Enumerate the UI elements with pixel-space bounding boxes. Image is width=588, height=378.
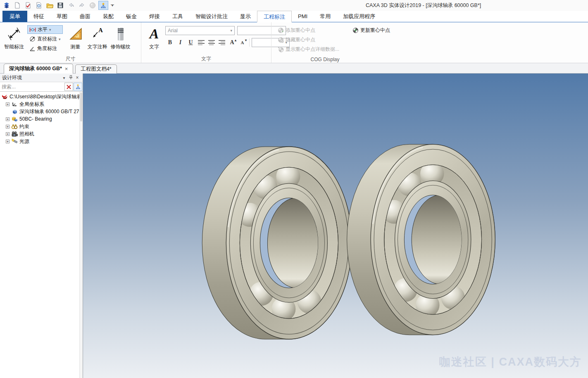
clear-search-button[interactable] <box>64 83 73 91</box>
doc-tab-bearing[interactable]: 深沟球轴承 60000 GB* × <box>4 64 73 74</box>
ribbon-tab-features[interactable]: 特征 <box>27 11 50 22</box>
panel-header: 设计环境 ▾ × <box>0 74 83 82</box>
angle-dimension-button[interactable]: 角度标注 <box>27 44 63 53</box>
ribbon-tab-menu[interactable]: 菜单 <box>2 11 27 22</box>
panel-pin-icon[interactable] <box>67 75 74 81</box>
ribbon-tab-sketch[interactable]: 草图 <box>50 11 74 22</box>
horizontal-dimension-button[interactable]: 水平 ▾ <box>27 25 63 34</box>
panel-dropdown-icon[interactable]: ▾ <box>61 76 67 80</box>
group-label-dimensions: 尺寸 <box>0 55 141 62</box>
open-with-check-icon[interactable] <box>23 1 33 10</box>
show-cog-details-icon <box>278 46 284 52</box>
ribbon-tab-assembly[interactable]: 装配 <box>97 11 120 22</box>
ribbon-tab-bar: 菜单 特征 草图 曲面 装配 钣金 焊接 工具 智能设计批注 显示 工程标注 P… <box>0 11 588 22</box>
decrease-font-button[interactable]: A▾ <box>238 38 247 47</box>
doc-tab-drawing[interactable]: 工程图文档4* <box>75 64 117 74</box>
align-right-button[interactable] <box>217 38 226 47</box>
align-center-button[interactable] <box>207 38 216 47</box>
design-tree-panel: 设计环境 ▾ × C:\Users\88\Desktop\深沟球轴承 <box>0 74 83 378</box>
customize-toolbar-icon[interactable]: ▾ <box>109 1 116 10</box>
ribbon: 智能标注 水平 ▾ 直径标注 ▾ 角度标注 测量 <box>0 22 588 63</box>
save-icon[interactable] <box>55 1 65 10</box>
panel-title: 设计环境 <box>2 74 22 81</box>
open-folder-icon[interactable] <box>45 1 55 10</box>
expand-icon[interactable]: + <box>6 102 10 106</box>
ribbon-tab-smart-annotation[interactable]: 智能设计批注 <box>189 11 234 22</box>
expand-icon[interactable]: + <box>6 117 10 121</box>
viewport-3d[interactable]: 咖迷社区 | CAXA数码大方 <box>83 74 588 378</box>
italic-button[interactable]: I <box>176 38 185 47</box>
text-tool-icon: A <box>150 24 159 43</box>
close-doc-icon[interactable]: × <box>65 66 68 72</box>
expand-icon[interactable]: + <box>6 125 10 128</box>
hide-cog-point-button[interactable]: 隐藏重心中点 <box>276 36 341 44</box>
align-left-button[interactable] <box>196 38 206 47</box>
align-center-icon <box>208 40 215 45</box>
text-annotation-button[interactable]: A 文字注释 <box>86 24 109 51</box>
tree-item-camera[interactable]: + 照相机 <box>0 130 83 138</box>
undo-icon[interactable] <box>66 1 76 10</box>
ribbon-tab-display[interactable]: 显示 <box>234 11 257 22</box>
expand-icon[interactable]: + <box>6 132 10 136</box>
smart-dimension-icon <box>7 24 21 43</box>
cosmetic-thread-button[interactable]: 修饰螺纹 <box>109 24 132 51</box>
group-label-text: 文字 <box>141 55 271 62</box>
add-cog-point-button[interactable]: 添加重心中点 <box>276 26 341 35</box>
tree-item-lights[interactable]: + 光源 <box>0 138 83 145</box>
tree-filter-button[interactable] <box>74 83 82 91</box>
caxa-logo-icon[interactable] <box>2 1 12 10</box>
assembly-icon <box>11 116 18 122</box>
group-label-cog: COG Display <box>271 57 379 62</box>
ribbon-tab-surface[interactable]: 曲面 <box>74 11 97 22</box>
svg-text:A: A <box>98 27 103 33</box>
underline-button[interactable]: U <box>186 38 195 47</box>
title-bar: ▾ CAXA 3D 实体设计2019 - [深沟球轴承 60000 GB*] <box>0 0 588 11</box>
horizontal-dimension-icon <box>29 27 36 33</box>
design-tree-toggle-icon[interactable] <box>98 1 108 10</box>
ribbon-tab-common[interactable]: 常用 <box>314 11 337 22</box>
cosmetic-thread-icon <box>114 24 127 43</box>
angle-dimension-icon <box>29 46 36 52</box>
document-preview-icon[interactable] <box>34 1 44 10</box>
update-cog-icon <box>352 27 359 33</box>
viewport-canvas[interactable]: 咖迷社区 | CAXA数码大方 <box>83 74 588 378</box>
caxa-file-icon <box>1 94 8 100</box>
panel-close-icon[interactable]: × <box>74 75 81 81</box>
design-tree: C:\Users\88\Desktop\深沟球轴承 + 全局坐标系 深沟球轴承 … <box>0 92 83 378</box>
ribbon-tab-pmi[interactable]: PMI <box>292 11 314 22</box>
align-left-icon <box>198 40 205 45</box>
tree-item-bearing-assembly[interactable]: + 50BC- Bearing <box>0 115 83 123</box>
diameter-dimension-icon <box>29 36 36 42</box>
show-cog-details-button[interactable]: 显示重心中点详细数据... <box>276 45 341 54</box>
ribbon-tab-engineering-annotation[interactable]: 工程标注 <box>257 11 292 22</box>
smart-dimension-button[interactable]: 智能标注 <box>2 24 26 51</box>
redo-icon[interactable] <box>77 1 87 10</box>
increase-font-button[interactable]: A▴ <box>227 38 237 47</box>
ribbon-tab-welding[interactable]: 焊接 <box>143 11 166 22</box>
tree-item-constraints[interactable]: + 约束 <box>0 123 83 130</box>
ribbon-tab-tools[interactable]: 工具 <box>166 11 189 22</box>
tree-item-bearing-part[interactable]: 深沟球轴承 60000 GB/T 276 <box>0 108 83 115</box>
measure-button[interactable]: 测量 <box>65 24 86 51</box>
expand-icon[interactable]: + <box>6 140 10 143</box>
bold-button[interactable]: B <box>165 38 175 47</box>
update-cog-point-button[interactable]: 更新重心中点 <box>350 26 392 35</box>
ribbon-tab-sheetmetal[interactable]: 钣金 <box>120 11 143 22</box>
dropdown-arrow-icon: ▾ <box>59 37 61 41</box>
text-tool-button[interactable]: A 文字 <box>144 24 164 51</box>
diameter-dimension-button[interactable]: 直径标注 ▾ <box>27 35 63 43</box>
bearing-model-left[interactable] <box>202 147 352 339</box>
tree-item-root[interactable]: C:\Users\88\Desktop\深沟球轴承 <box>0 93 83 100</box>
tree-scrollbar[interactable] <box>79 92 83 378</box>
watermark: 咖迷社区 | CAXA数码大方 <box>439 356 582 368</box>
tree-search-input[interactable] <box>2 84 64 90</box>
coordinate-system-icon <box>11 101 18 107</box>
render-sphere-icon[interactable] <box>88 1 98 10</box>
camera-icon <box>11 131 18 137</box>
tree-search-bar <box>0 82 83 92</box>
ribbon-tab-addins[interactable]: 加载应用程序 <box>337 11 381 22</box>
font-family-select[interactable]: Arial ▾ <box>165 26 235 35</box>
bearing-model-right[interactable] <box>347 144 495 335</box>
tree-item-global-coords[interactable]: + 全局坐标系 <box>0 100 83 108</box>
new-document-icon[interactable] <box>12 1 22 10</box>
